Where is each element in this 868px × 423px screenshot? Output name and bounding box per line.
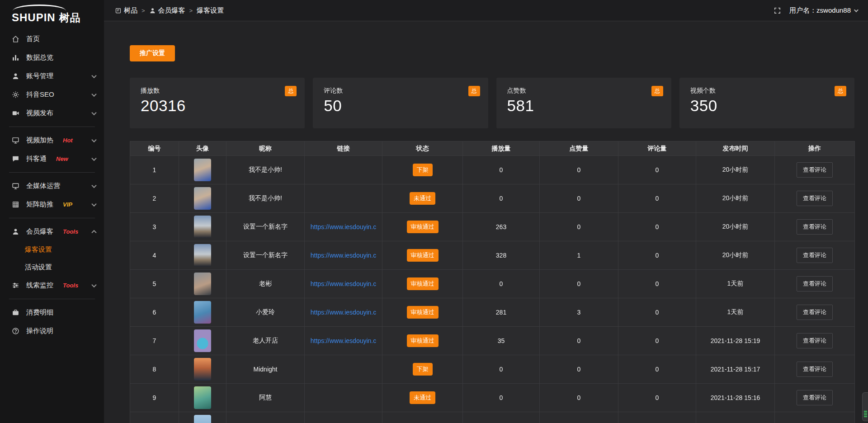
sidebar-item-label: 账号管理 xyxy=(26,72,53,80)
status-badge: 下架 xyxy=(413,164,433,176)
cell-plays: 0 xyxy=(463,355,540,384)
view-comments-button[interactable]: 查看评论 xyxy=(797,390,833,405)
cell-likes: 1 xyxy=(540,241,618,270)
cell-likes: 0 xyxy=(540,327,618,355)
question-icon xyxy=(12,327,19,335)
sidebar-item-clue-monitor[interactable]: 线索监控Tools xyxy=(0,276,104,295)
sidebar-subitem-activity-settings[interactable]: 活动设置 xyxy=(0,258,104,276)
video-link[interactable]: https://www.iesdouyin.c xyxy=(305,337,382,344)
stat-card-label: 评论数 xyxy=(324,87,477,95)
cell-plays: 263 xyxy=(463,213,540,241)
video-link[interactable]: https://www.iesdouyin.c xyxy=(305,280,382,287)
video-link[interactable]: https://www.iesdouyin.c xyxy=(305,223,382,230)
sidebar-item-matrix-boost[interactable]: 矩阵助推VIP xyxy=(0,195,104,214)
view-comments-button[interactable]: 查看评论 xyxy=(797,276,833,291)
cell-likes: 0 xyxy=(540,355,618,384)
view-comments-button[interactable]: 查看评论 xyxy=(797,333,833,348)
breadcrumb-separator: > xyxy=(189,7,193,14)
sidebar-item-label: 视频发布 xyxy=(26,109,53,118)
cell-plays xyxy=(463,412,540,423)
cell-id xyxy=(130,412,179,423)
sidebar-divider xyxy=(9,172,95,173)
avatar xyxy=(194,273,211,295)
cell-action: 查看评论 xyxy=(775,270,855,298)
breadcrumb: 树品 > 会员爆客 > 爆客设置 xyxy=(115,6,224,15)
cell-time: 2021-11-28 15:16 xyxy=(696,384,775,412)
stat-card-label: 视频个数 xyxy=(690,87,844,95)
avatar xyxy=(194,386,211,409)
view-comments-button[interactable]: 查看评论 xyxy=(797,248,833,263)
cell-time: 20小时前 xyxy=(696,213,775,241)
sidebar-divider xyxy=(9,127,95,127)
floating-widget[interactable] xyxy=(862,392,868,421)
sidebar-item-label: 视频加热 xyxy=(26,136,53,145)
cell-time: 1天前 xyxy=(696,298,775,327)
sidebar-subitem-baoke-settings[interactable]: 爆客设置 xyxy=(0,241,104,258)
sidebar-item-video-publish[interactable]: 视频发布 xyxy=(0,104,104,122)
video-link[interactable]: https://www.iesdouyin.c xyxy=(305,309,382,316)
view-comments-button[interactable]: 查看评论 xyxy=(797,219,833,235)
logo-arc-decoration xyxy=(13,5,66,11)
promo-settings-button[interactable]: 推广设置 xyxy=(130,45,175,61)
sidebar-item-home[interactable]: 首页 xyxy=(0,30,104,48)
cell-action: 查看评论 xyxy=(775,384,855,412)
sidebar-item-all-media[interactable]: 全媒体运营 xyxy=(0,177,104,195)
cell-nickname: Midnight xyxy=(226,355,305,384)
cell-status: 下架 xyxy=(382,355,463,384)
monitor-play-icon xyxy=(12,136,19,144)
sidebar-item-operation-guide[interactable]: 操作说明 xyxy=(0,322,104,340)
sidebar-item-data-overview[interactable]: 数据总览 xyxy=(0,48,104,67)
cell-action xyxy=(775,412,855,423)
cell-action: 查看评论 xyxy=(775,355,855,384)
sidebar-item-label: 抖客通 xyxy=(26,155,47,163)
view-comments-button[interactable]: 查看评论 xyxy=(797,362,833,377)
avatar xyxy=(194,159,211,181)
column-header: 头像 xyxy=(179,141,226,156)
cell-link xyxy=(305,384,382,412)
table-row: 6小爱玲https://www.iesdouyin.c审核通过281301天前查… xyxy=(130,298,855,327)
cell-status: 审核通过 xyxy=(382,270,463,298)
sidebar-item-douyin-seo[interactable]: 抖音SEO xyxy=(0,85,104,104)
chat-icon xyxy=(12,155,19,163)
cell-time: 20小时前 xyxy=(696,156,775,184)
status-badge: 下架 xyxy=(413,363,433,376)
user-menu[interactable]: 用户名：zswodun88 xyxy=(789,6,857,15)
sidebar-item-video-heat[interactable]: 视频加热Hot xyxy=(0,131,104,150)
total-badge: 总 xyxy=(285,86,297,96)
cell-time xyxy=(696,412,775,423)
cell-likes: 0 xyxy=(540,156,618,184)
breadcrumb-item-member[interactable]: 会员爆客 xyxy=(149,6,185,15)
cell-link xyxy=(305,184,382,213)
view-comments-button[interactable]: 查看评论 xyxy=(797,305,833,320)
cell-id: 3 xyxy=(130,213,179,241)
cell-nickname: 设置一个新名字 xyxy=(226,241,305,270)
table-row xyxy=(130,412,855,423)
view-comments-button[interactable]: 查看评论 xyxy=(797,162,833,178)
stat-card: 点赞数581总 xyxy=(496,78,671,128)
username-label: 用户名：zswodun88 xyxy=(789,6,851,15)
cell-avatar xyxy=(179,241,226,270)
status-badge: 审核通过 xyxy=(407,249,439,262)
sidebar-item-member-baoke[interactable]: 会员爆客Tools xyxy=(0,222,104,241)
cell-id: 8 xyxy=(130,355,179,384)
sidebar-item-douketong[interactable]: 抖客通New xyxy=(0,150,104,168)
chevron-down-icon xyxy=(91,155,96,160)
cell-status: 下架 xyxy=(382,156,463,184)
cell-action: 查看评论 xyxy=(775,184,855,213)
video-link[interactable]: https://www.iesdouyin.c xyxy=(305,252,382,259)
main-content: 推广设置 播放数20316总评论数50总点赞数581总视频个数350总 编号头像… xyxy=(104,22,868,423)
cell-comments: 0 xyxy=(618,156,696,184)
cell-link xyxy=(305,355,382,384)
sidebar-item-account-manage[interactable]: 账号管理 xyxy=(0,67,104,85)
fullscreen-icon[interactable] xyxy=(774,7,781,14)
cell-plays: 35 xyxy=(463,327,540,355)
cell-plays: 0 xyxy=(463,270,540,298)
breadcrumb-item-home[interactable]: 树品 xyxy=(115,6,137,15)
status-badge: 未通过 xyxy=(410,391,435,404)
column-header: 链接 xyxy=(305,141,382,156)
cell-status: 未通过 xyxy=(382,384,463,412)
cell-comments: 0 xyxy=(618,327,696,355)
stat-card-value: 50 xyxy=(324,97,477,115)
view-comments-button[interactable]: 查看评论 xyxy=(797,191,833,206)
sidebar-item-consume-detail[interactable]: 消费明细 xyxy=(0,303,104,322)
